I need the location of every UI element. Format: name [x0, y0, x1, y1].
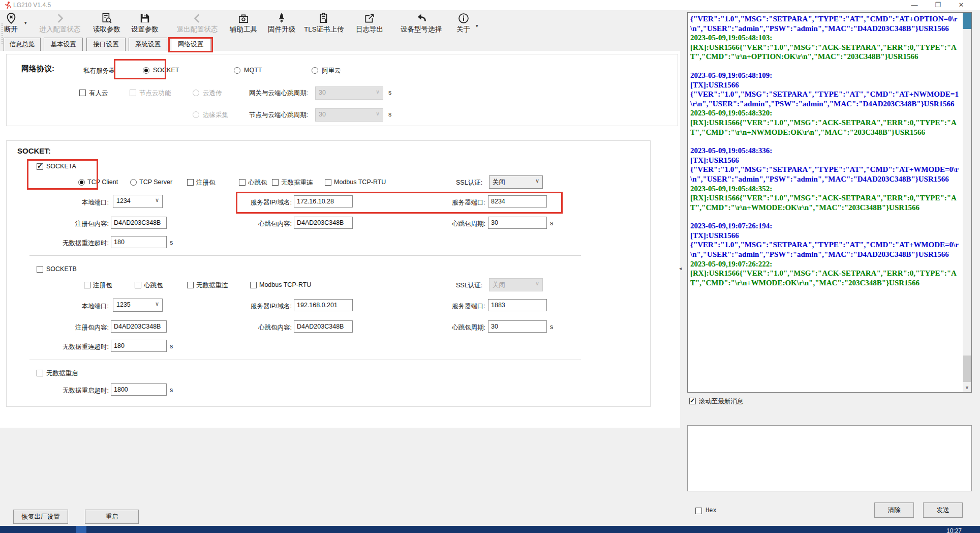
radio-tcp-client[interactable] — [78, 179, 85, 186]
checkbox-a-modbus[interactable] — [325, 179, 331, 186]
info-icon — [457, 12, 470, 24]
chevron-down-icon: ∨ — [535, 177, 539, 184]
a-hb-content-input[interactable] — [294, 217, 353, 229]
node-heartbeat-select[interactable]: 30∨ — [315, 108, 383, 122]
scrollbar-down-icon[interactable]: ∨ — [963, 384, 971, 392]
a-hb-period-unit: s — [550, 220, 553, 227]
panel-splitter-handle[interactable]: ◂ — [679, 265, 682, 271]
radio-edge-collect[interactable] — [193, 111, 199, 118]
toolbar-firmware-upgrade[interactable]: 固件升级 — [268, 12, 295, 34]
send-button[interactable]: 发送 — [923, 502, 963, 518]
toolbar-about[interactable]: 关于 ▾ — [456, 12, 470, 34]
node-heartbeat-unit: s — [388, 111, 391, 118]
a-reg-content-input[interactable] — [111, 217, 167, 229]
a-timeout-input[interactable] — [111, 236, 167, 248]
restart-timeout-input[interactable] — [111, 383, 167, 396]
b-hb-period-input[interactable] — [488, 320, 547, 333]
toolbar-enter-config[interactable]: 进入配置状态 — [32, 12, 88, 34]
toolbar-exit-config[interactable]: 退出配置状态 — [169, 12, 226, 34]
certificate-upload-icon — [318, 12, 330, 24]
checkbox-b-hb-pkt[interactable] — [135, 282, 141, 288]
close-button[interactable]: ✕ — [950, 0, 973, 10]
checkbox-node-cloud[interactable] — [130, 90, 136, 96]
checkbox-b-reg-pkt[interactable] — [84, 282, 90, 288]
minimize-button[interactable]: — — [903, 0, 926, 10]
checkbox-a-reg-pkt[interactable] — [187, 179, 194, 186]
toolbar-log-export[interactable]: 日志导出 — [356, 12, 383, 34]
checkbox-socketa[interactable] — [37, 163, 43, 170]
toolbar-disconnect[interactable]: 断开 ▾ — [4, 12, 18, 34]
log-scrollbar[interactable]: ∨ — [963, 13, 971, 392]
a-server-port-input[interactable] — [488, 195, 547, 208]
toolbar-set-params[interactable]: 设置参数 — [131, 12, 159, 34]
radio-cloud-passthrough[interactable] — [193, 90, 199, 96]
b-local-port-select[interactable]: 1235∨ — [113, 299, 163, 312]
chevron-down-icon: ∨ — [376, 110, 380, 117]
b-server-port-input[interactable] — [488, 299, 547, 311]
clear-button[interactable]: 清除 — [874, 502, 914, 518]
checkbox-a-hb-pkt-label: 心跳包 — [248, 179, 267, 187]
checkbox-a-hb-pkt[interactable] — [239, 179, 246, 186]
read-params-icon — [101, 12, 113, 24]
checkbox-usr-cloud[interactable] — [79, 90, 86, 96]
b-server-ip-input[interactable] — [294, 299, 353, 311]
b-server-ip-label: 服务器IP/域名: — [231, 302, 292, 311]
tab-basic-settings[interactable]: 基本设置 — [44, 38, 83, 51]
b-timeout-label: 无数据重连超时: — [43, 343, 109, 351]
a-hb-period-input[interactable] — [488, 217, 547, 229]
b-ssl-select[interactable]: 关闭∨ — [489, 278, 543, 291]
checkbox-socketb[interactable] — [37, 266, 43, 273]
log-entry-rx: 2023-05-09,19:05:48:352: [RX]:USR1566{"V… — [690, 184, 960, 213]
a-server-ip-label: 服务器IP/域名: — [231, 198, 292, 207]
chevron-down-icon: ∨ — [535, 280, 539, 287]
radio-tcp-server[interactable] — [130, 179, 137, 186]
b-ssl-label: SSL认证: — [456, 281, 482, 290]
maximize-button[interactable]: ❐ — [926, 0, 950, 10]
send-input-area[interactable] — [687, 425, 972, 491]
a-local-port-label: 本地端口: — [53, 198, 109, 207]
radio-edge-collect-label: 边缘采集 — [203, 111, 228, 120]
tab-system-settings[interactable]: 系统设置 — [129, 38, 167, 51]
a-server-port-label: 服务器端口: — [430, 198, 485, 207]
radio-tcp-server-label: TCP Server — [139, 179, 172, 186]
tab-interface-settings[interactable]: 接口设置 — [86, 38, 126, 51]
reboot-button[interactable]: 重启 — [85, 510, 139, 524]
checkbox-b-no-data-reconnect[interactable] — [187, 282, 194, 288]
radio-alicloud[interactable] — [312, 67, 318, 74]
taskbar-app-button[interactable] — [76, 526, 86, 533]
radio-mqtt[interactable] — [234, 67, 240, 74]
dropdown-caret-icon[interactable]: ▾ — [24, 20, 27, 25]
back-arrow-icon — [415, 12, 427, 24]
gw-heartbeat-select[interactable]: 30∨ — [315, 86, 383, 100]
toolbar-aux-tools[interactable]: 辅助工具 — [230, 12, 257, 34]
tab-info-overview[interactable]: 信息总览 — [4, 38, 41, 51]
tab-network-settings[interactable]: 网络设置 — [171, 38, 210, 51]
toolbar-device-model-select[interactable]: 设备型号选择 — [401, 12, 442, 34]
b-timeout-input[interactable] — [111, 340, 167, 352]
a-local-port-select[interactable]: 1234∨ — [113, 195, 163, 208]
b-local-port-label: 本地端口: — [53, 302, 109, 311]
toolbox-icon — [237, 12, 250, 24]
a-server-ip-input[interactable] — [294, 195, 353, 208]
checkbox-hex[interactable] — [695, 508, 702, 514]
log-output-area[interactable]: {"VER":"1.0","MSG":"SETPARA","TYPE":"AT"… — [687, 12, 972, 393]
toolbar-tls-cert-upload[interactable]: TLS证书上传 — [304, 12, 344, 34]
checkbox-no-data-restart[interactable] — [37, 370, 43, 376]
factory-reset-button[interactable]: 恢复出厂设置 — [13, 510, 68, 524]
checkbox-scroll-latest[interactable] — [689, 398, 696, 404]
toolbar-read-params[interactable]: 读取参数 — [93, 12, 120, 34]
scrollbar-thumb[interactable] — [963, 356, 971, 382]
checkbox-socketa-label: SOCKETA — [46, 163, 76, 170]
checkbox-a-no-data-reconnect[interactable] — [272, 179, 279, 186]
a-ssl-select[interactable]: 关闭∨ — [489, 175, 543, 189]
a-timeout-unit: s — [170, 239, 173, 246]
radio-socket[interactable] — [143, 67, 149, 74]
b-server-port-label: 服务器端口: — [430, 302, 485, 311]
b-hb-content-input[interactable] — [294, 320, 353, 333]
scrollbar-up-button[interactable] — [963, 13, 971, 29]
dropdown-caret-icon[interactable]: ▾ — [476, 23, 478, 28]
b-hb-period-label: 心跳包周期: — [430, 323, 485, 332]
chevron-down-icon: ∨ — [155, 197, 159, 203]
checkbox-b-modbus[interactable] — [250, 282, 257, 288]
b-reg-content-input[interactable] — [111, 320, 167, 333]
